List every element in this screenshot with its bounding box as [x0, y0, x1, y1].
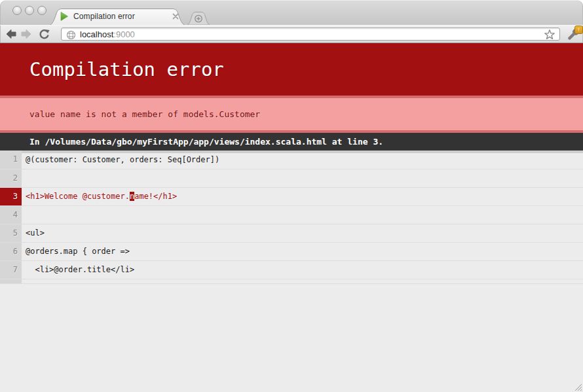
code-listing-tail — [0, 279, 583, 284]
wrench-menu-button[interactable]: ↑ — [566, 27, 582, 41]
url-text[interactable]: localhost:9000 — [80, 29, 135, 39]
new-tab-button[interactable] — [187, 12, 210, 25]
code-text: @(customer: Customer, orders: Seq[Order]… — [22, 151, 583, 169]
code-text: <ul> — [22, 224, 583, 242]
bookmark-star-icon[interactable] — [544, 29, 555, 41]
window-resize-grip[interactable] — [574, 383, 582, 391]
code-listing: 1@(customer: Customer, orders: Seq[Order… — [0, 151, 583, 279]
tab-close-icon[interactable] — [172, 13, 179, 20]
window-zoom-button[interactable] — [37, 6, 47, 15]
back-arrow-icon — [6, 29, 16, 39]
line-number: 4 — [0, 206, 22, 224]
line-number: 7 — [0, 261, 22, 279]
code-text: <h1>Welcome @customer.name!</h1> — [22, 188, 583, 205]
window-minimize-button[interactable] — [25, 6, 34, 15]
code-line-4: 4 — [0, 206, 583, 224]
update-badge: ↑ — [574, 26, 583, 34]
code-line-1: 1@(customer: Customer, orders: Seq[Order… — [0, 151, 583, 169]
url-port: :9000 — [113, 29, 135, 39]
code-text — [22, 169, 583, 187]
page-title: Compilation error — [0, 43, 583, 96]
play-triangle-icon — [60, 12, 68, 21]
line-number: 5 — [0, 224, 22, 242]
forward-button[interactable] — [19, 28, 33, 40]
code-text: @orders.map { order => — [22, 243, 583, 260]
code-line-6: 6@orders.map { order => — [0, 243, 583, 261]
error-detail-message: value name is not a member of models.Cus… — [0, 96, 583, 133]
error-file-location: In /Volumes/Data/gbo/myFirstApp/app/view… — [0, 133, 583, 151]
window-close-button[interactable] — [12, 6, 22, 15]
titlebar[interactable]: Compilation error — [0, 0, 583, 25]
browser-toolbar: localhost:9000 ↑ — [0, 25, 583, 43]
code-line-5: 5<ul> — [0, 224, 583, 243]
back-button[interactable] — [4, 28, 18, 40]
error-page: Compilation error value name is not a me… — [0, 43, 583, 392]
line-number: 1 — [0, 151, 22, 169]
code-line-2: 2 — [0, 169, 583, 188]
code-line-7: 7 <li>@order.title</li> — [0, 261, 583, 279]
line-number: 6 — [0, 243, 22, 260]
code-text — [22, 206, 583, 224]
tab-title: Compilation error — [73, 12, 135, 21]
reload-button[interactable] — [37, 28, 51, 40]
reload-icon — [39, 29, 50, 40]
code-line-3: 3<h1>Welcome @customer.name!</h1> — [0, 188, 583, 206]
code-text: <li>@order.title</li> — [22, 261, 583, 279]
address-bar[interactable]: localhost:9000 — [61, 27, 560, 41]
globe-icon — [66, 30, 76, 40]
gutter-stub — [0, 279, 22, 283]
line-number: 2 — [0, 169, 22, 187]
forward-arrow-icon — [21, 29, 31, 39]
line-number: 3 — [0, 188, 22, 205]
url-host: localhost — [80, 29, 113, 39]
browser-window: Compilation error — [0, 0, 583, 392]
